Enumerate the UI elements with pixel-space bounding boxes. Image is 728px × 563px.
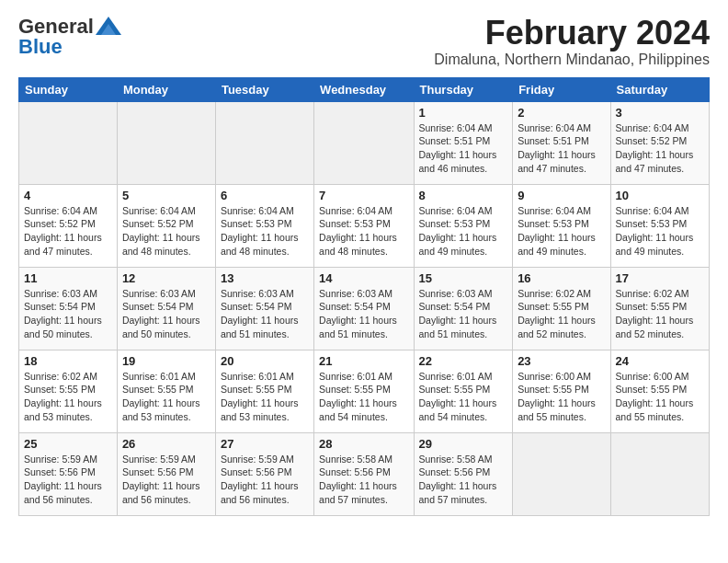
calendar-cell: 8Sunrise: 6:04 AM Sunset: 5:53 PM Daylig… [414,184,513,267]
day-info: Sunrise: 6:04 AM Sunset: 5:53 PM Dayligh… [518,204,605,259]
day-info: Sunrise: 5:58 AM Sunset: 5:56 PM Dayligh… [319,453,408,507]
day-info: Sunrise: 6:04 AM Sunset: 5:52 PM Dayligh… [122,204,210,259]
day-number: 7 [319,189,408,202]
day-info: Sunrise: 6:04 AM Sunset: 5:51 PM Dayligh… [419,121,508,176]
day-info: Sunrise: 6:01 AM Sunset: 5:55 PM Dayligh… [221,370,309,424]
day-info: Sunrise: 6:00 AM Sunset: 5:55 PM Dayligh… [518,370,605,424]
day-info: Sunrise: 6:04 AM Sunset: 5:52 PM Dayligh… [24,204,112,259]
day-number: 17 [616,271,704,285]
calendar-cell [314,101,414,184]
calendar-cell: 23Sunrise: 6:00 AM Sunset: 5:55 PM Dayli… [513,350,610,432]
day-number: 6 [221,189,309,202]
calendar-cell: 28Sunrise: 5:58 AM Sunset: 5:56 PM Dayli… [314,432,414,515]
day-number: 11 [24,271,112,285]
calendar-cell: 15Sunrise: 6:03 AM Sunset: 5:54 PM Dayli… [414,267,513,350]
day-info: Sunrise: 6:00 AM Sunset: 5:55 PM Dayligh… [616,370,704,424]
day-number: 5 [122,189,210,202]
calendar-cell: 24Sunrise: 6:00 AM Sunset: 5:55 PM Dayli… [610,350,709,432]
logo-icon [96,17,121,35]
day-number: 13 [221,271,309,285]
day-number: 26 [122,437,210,451]
logo-blue: Blue [18,35,63,59]
calendar-cell: 13Sunrise: 6:03 AM Sunset: 5:54 PM Dayli… [215,267,313,350]
day-info: Sunrise: 6:04 AM Sunset: 5:52 PM Dayligh… [616,121,704,176]
calendar-cell: 19Sunrise: 6:01 AM Sunset: 5:55 PM Dayli… [117,350,215,432]
calendar-cell: 18Sunrise: 6:02 AM Sunset: 5:55 PM Dayli… [19,350,118,432]
day-number: 20 [221,354,309,368]
day-number: 14 [319,271,408,285]
calendar-cell: 3Sunrise: 6:04 AM Sunset: 5:52 PM Daylig… [610,101,709,184]
calendar-cell [117,101,215,184]
day-info: Sunrise: 6:04 AM Sunset: 5:53 PM Dayligh… [419,204,508,259]
header-friday: Friday [513,77,610,101]
calendar-cell: 22Sunrise: 6:01 AM Sunset: 5:55 PM Dayli… [414,350,513,432]
calendar-cell: 9Sunrise: 6:04 AM Sunset: 5:53 PM Daylig… [513,184,610,267]
day-number: 23 [518,354,605,368]
day-info: Sunrise: 5:59 AM Sunset: 5:56 PM Dayligh… [221,453,309,507]
calendar-week-row: 18Sunrise: 6:02 AM Sunset: 5:55 PM Dayli… [19,350,710,432]
day-info: Sunrise: 6:01 AM Sunset: 5:55 PM Dayligh… [122,370,210,424]
title-area: February 2024 Dimaluna, Northern Mindana… [434,15,710,68]
day-info: Sunrise: 6:03 AM Sunset: 5:54 PM Dayligh… [419,287,508,341]
day-info: Sunrise: 6:02 AM Sunset: 5:55 PM Dayligh… [518,287,605,341]
day-number: 10 [616,189,704,202]
calendar-cell: 29Sunrise: 5:58 AM Sunset: 5:56 PM Dayli… [414,432,513,515]
calendar-week-row: 25Sunrise: 5:59 AM Sunset: 5:56 PM Dayli… [19,432,710,515]
header-wednesday: Wednesday [314,77,414,101]
calendar-cell [19,101,118,184]
day-info: Sunrise: 6:02 AM Sunset: 5:55 PM Dayligh… [24,370,112,424]
day-number: 16 [518,271,605,285]
page-subtitle: Dimaluna, Northern Mindanao, Philippines [434,52,710,68]
calendar-cell: 5Sunrise: 6:04 AM Sunset: 5:52 PM Daylig… [117,184,215,267]
calendar-week-row: 11Sunrise: 6:03 AM Sunset: 5:54 PM Dayli… [19,267,710,350]
calendar-cell [215,101,313,184]
calendar-cell: 2Sunrise: 6:04 AM Sunset: 5:51 PM Daylig… [513,101,610,184]
calendar-cell: 10Sunrise: 6:04 AM Sunset: 5:53 PM Dayli… [610,184,709,267]
day-number: 21 [319,354,408,368]
header-thursday: Thursday [414,77,513,101]
calendar-cell: 26Sunrise: 5:59 AM Sunset: 5:56 PM Dayli… [117,432,215,515]
calendar-week-row: 4Sunrise: 6:04 AM Sunset: 5:52 PM Daylig… [19,184,710,267]
day-info: Sunrise: 6:01 AM Sunset: 5:55 PM Dayligh… [319,370,408,424]
day-number: 8 [419,189,508,202]
day-info: Sunrise: 5:58 AM Sunset: 5:56 PM Dayligh… [419,453,508,507]
header-tuesday: Tuesday [215,77,313,101]
day-number: 18 [24,354,112,368]
day-number: 24 [616,354,704,368]
calendar-cell [610,432,709,515]
day-info: Sunrise: 6:03 AM Sunset: 5:54 PM Dayligh… [221,287,309,341]
day-info: Sunrise: 6:04 AM Sunset: 5:53 PM Dayligh… [616,204,704,259]
day-info: Sunrise: 6:04 AM Sunset: 5:53 PM Dayligh… [319,204,408,259]
day-info: Sunrise: 6:03 AM Sunset: 5:54 PM Dayligh… [319,287,408,341]
calendar-cell: 7Sunrise: 6:04 AM Sunset: 5:53 PM Daylig… [314,184,414,267]
day-number: 22 [419,354,508,368]
day-info: Sunrise: 5:59 AM Sunset: 5:56 PM Dayligh… [122,453,210,507]
day-info: Sunrise: 6:02 AM Sunset: 5:55 PM Dayligh… [616,287,704,341]
day-info: Sunrise: 5:59 AM Sunset: 5:56 PM Dayligh… [24,453,112,507]
calendar-cell: 27Sunrise: 5:59 AM Sunset: 5:56 PM Dayli… [215,432,313,515]
day-number: 19 [122,354,210,368]
calendar-cell: 12Sunrise: 6:03 AM Sunset: 5:54 PM Dayli… [117,267,215,350]
day-info: Sunrise: 6:03 AM Sunset: 5:54 PM Dayligh… [24,287,112,341]
page-header: General Blue February 2024 Dimaluna, Nor… [18,15,710,68]
calendar-week-row: 1Sunrise: 6:04 AM Sunset: 5:51 PM Daylig… [19,101,710,184]
day-number: 9 [518,189,605,202]
calendar-cell: 4Sunrise: 6:04 AM Sunset: 5:52 PM Daylig… [19,184,118,267]
day-number: 29 [419,437,508,451]
day-number: 25 [24,437,112,451]
day-number: 15 [419,271,508,285]
calendar-cell: 20Sunrise: 6:01 AM Sunset: 5:55 PM Dayli… [215,350,313,432]
page-title: February 2024 [434,15,710,52]
day-number: 3 [616,106,704,120]
day-number: 1 [419,106,508,120]
calendar-cell [513,432,610,515]
calendar-cell: 25Sunrise: 5:59 AM Sunset: 5:56 PM Dayli… [19,432,118,515]
calendar-table: SundayMondayTuesdayWednesdayThursdayFrid… [18,77,710,516]
header-monday: Monday [117,77,215,101]
calendar-cell: 14Sunrise: 6:03 AM Sunset: 5:54 PM Dayli… [314,267,414,350]
day-info: Sunrise: 6:04 AM Sunset: 5:53 PM Dayligh… [221,204,309,259]
day-number: 12 [122,271,210,285]
calendar-cell: 21Sunrise: 6:01 AM Sunset: 5:55 PM Dayli… [314,350,414,432]
header-saturday: Saturday [610,77,709,101]
calendar-cell: 11Sunrise: 6:03 AM Sunset: 5:54 PM Dayli… [19,267,118,350]
